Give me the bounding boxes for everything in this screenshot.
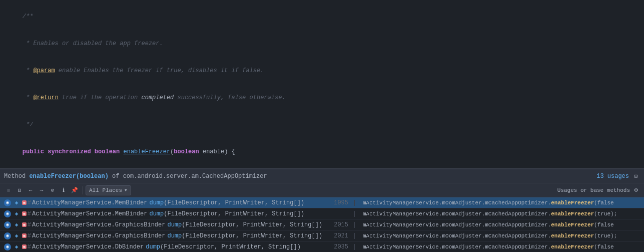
row-type-icon: ◉ [4, 232, 11, 239]
code-line-6: public synchronized boolean enableFreeze… [0, 138, 644, 165]
row-right: mActivityManagerService.mOomAdjuster.mCa… [354, 222, 640, 228]
row-type-icon: ◉ [4, 221, 11, 228]
usages-label: Usages or base methods [557, 187, 630, 193]
row-class-name: ActivityManagerService.GraphicsBinder [32, 221, 165, 228]
expand-all-icon[interactable]: ≡ [4, 186, 13, 195]
row-line-number: 2015 [329, 221, 354, 228]
row-right: mActivityManagerService.mOomAdjuster.mCa… [354, 244, 640, 250]
access-modifier: m [22, 233, 27, 238]
toolbar-separator [82, 186, 83, 194]
back-icon[interactable]: ← [26, 186, 35, 195]
code-line-4: * @return true if the operation complete… [0, 84, 644, 111]
table-row[interactable]: ◉ ◈ m # ActivityManagerService.MemBinder… [0, 197, 644, 208]
code-area: /** * Enables or disabled the app freeze… [0, 0, 644, 169]
code-line-1: /** [0, 3, 644, 30]
table-row[interactable]: ◉ ◈ m # ActivityManagerService.DbBinder … [0, 241, 644, 252]
hash-icon: # [28, 199, 31, 206]
hash-icon: # [28, 221, 31, 228]
row-class-name: ActivityManagerService.MemBinder [32, 210, 147, 217]
row-method-name: dump(FileDescriptor, PrintWriter, String… [167, 221, 322, 228]
forward-icon[interactable]: → [37, 186, 46, 195]
row-class-icon: ◈ [13, 243, 20, 250]
row-usage-text: mActivityManagerService.mOomAdjuster.mCa… [359, 200, 640, 206]
row-line-number: 2035 [329, 243, 354, 250]
access-modifier: m [22, 200, 27, 205]
row-right: mActivityManagerService.mOomAdjuster.mCa… [354, 211, 640, 217]
row-left: ◉ ◈ m # ActivityManagerService.DbBinder … [4, 243, 354, 250]
row-left: ◉ ◈ m # ActivityManagerService.GraphicsB… [4, 221, 354, 228]
table-row[interactable]: ◉ ◈ m # ActivityManagerService.GraphicsB… [0, 230, 644, 241]
row-usage-text: mActivityManagerService.mOomAdjuster.mCa… [359, 244, 640, 250]
row-usage-text: mActivityManagerService.mOomAdjuster.mCa… [359, 222, 640, 228]
row-line-number: 1995 [329, 199, 354, 206]
code-line-5: */ [0, 111, 644, 138]
all-places-dropdown[interactable]: All Places ▾ [86, 185, 131, 195]
access-modifier: m [22, 244, 27, 249]
row-class-icon: ◈ [13, 210, 20, 217]
panel-header-title: Method enableFreezer(boolean) of com.and… [4, 173, 592, 180]
expand-window-icon[interactable]: ⊡ [632, 172, 640, 180]
panel-header: Method enableFreezer(boolean) of com.and… [0, 169, 644, 183]
row-type-icon: ◉ [4, 199, 11, 206]
row-class-icon: ◈ [13, 199, 20, 206]
row-right: mActivityManagerService.mOomAdjuster.mCa… [354, 200, 640, 206]
access-modifier: m [22, 211, 27, 216]
row-type-icon: ◉ [4, 210, 11, 217]
panel-toolbar: ≡ ⊟ ← → ⊘ ℹ 📌 All Places ▾ Usages or bas… [0, 183, 644, 197]
settings-gear-icon[interactable]: ⚙ [632, 186, 640, 194]
row-line-number: 2021 [329, 232, 354, 239]
find-usages-panel: Method enableFreezer(boolean) of com.and… [0, 169, 644, 252]
row-left: ◉ ◈ m # ActivityManagerService.MemBinder… [4, 210, 354, 217]
table-row[interactable]: ◉ ◈ m # ActivityManagerService.MemBinder… [0, 208, 644, 219]
row-right: mActivityManagerService.mOomAdjuster.mCa… [354, 233, 640, 239]
hash-icon: # [28, 232, 31, 239]
collapse-all-icon[interactable]: ⊟ [15, 186, 24, 195]
row-left: ◉ ◈ m # ActivityManagerService.GraphicsB… [4, 232, 354, 239]
hash-icon: # [28, 210, 31, 217]
row-type-icon: ◉ [4, 243, 11, 250]
hash-icon: # [28, 243, 31, 250]
row-class-name: ActivityManagerService.GraphicsBinder [32, 232, 165, 239]
row-left: ◉ ◈ m # ActivityManagerService.MemBinder… [4, 199, 354, 206]
exclude-icon[interactable]: ⊘ [48, 186, 57, 195]
code-line-2: * Enables or disabled the app freezer. [0, 30, 644, 57]
info-icon[interactable]: ℹ [59, 186, 68, 195]
code-line-3: * @param enable Enables the freezer if t… [0, 57, 644, 84]
panel-header-usages: 13 usages ⊡ [596, 172, 640, 180]
row-class-name: ActivityManagerService.DbBinder [32, 243, 144, 250]
row-class-icon: ◈ [13, 232, 20, 239]
results-list: ◉ ◈ m # ActivityManagerService.MemBinder… [0, 197, 644, 252]
row-method-name: dump(FileDescriptor, PrintWriter, String… [149, 199, 304, 206]
row-class-name: ActivityManagerService.MemBinder [32, 199, 147, 206]
access-modifier: m [22, 222, 27, 227]
row-method-name: dump(FileDescriptor, PrintWriter, String… [167, 232, 322, 239]
row-usage-text: mActivityManagerService.mOomAdjuster.mCa… [359, 233, 640, 239]
row-class-icon: ◈ [13, 221, 20, 228]
row-method-name: dump(FileDescriptor, PrintWriter, String… [149, 210, 304, 217]
table-row[interactable]: ◉ ◈ m # ActivityManagerService.GraphicsB… [0, 219, 644, 230]
row-method-name: dump(FileDescriptor, PrintWriter, String… [146, 243, 301, 250]
row-usage-text: mActivityManagerService.mOomAdjuster.mCa… [359, 211, 640, 217]
pin-icon[interactable]: 📌 [70, 186, 79, 195]
